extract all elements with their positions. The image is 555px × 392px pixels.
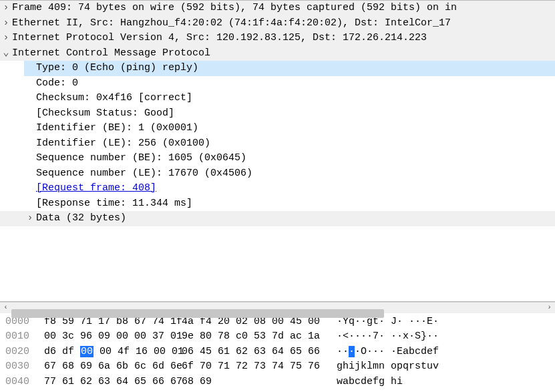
hex-bytes-group1: 00 3c 96 09 00 00 37 01: [44, 329, 182, 345]
hex-row[interactable]: 0010 00 3c 96 09 00 00 37 01 9e 80 78 c0…: [0, 329, 555, 345]
hex-ascii: ghijklmn opqrstuv: [337, 359, 439, 375]
icmp-checksum-status-row[interactable]: [Checksum Status: Good]: [0, 106, 555, 122]
request-frame-link[interactable]: [Request frame: 408]: [36, 182, 156, 194]
frame-summary-text: Frame 409: 74 bytes on wire (592 bits), …: [12, 2, 457, 13]
hex-bytes-group1: 77 61 62 63 64 65 66 67: [44, 375, 182, 390]
hex-row[interactable]: 0040 77 61 62 63 64 65 66 67 68 69 wabcd…: [0, 375, 555, 390]
icmp-checksum-row[interactable]: Checksum: 0x4f16 [correct]: [0, 91, 555, 106]
icmp-response-time-row[interactable]: [Response time: 11.344 ms]: [0, 196, 555, 212]
icmp-type-text: Type: 0 (Echo (ping) reply): [36, 62, 198, 73]
chevron-right-icon: ›: [0, 1, 12, 16]
hex-ascii: ····O··· ·Eabcdef: [337, 345, 439, 360]
icmp-type-row[interactable]: Type: 0 (Echo (ping) reply): [24, 61, 555, 76]
hex-bytes-group2: 9e 80 78 c0 53 7d ac 1a: [182, 329, 337, 345]
hex-bytes-group2: 06 45 61 62 63 64 65 66: [182, 345, 337, 360]
ethernet-summary-text: Ethernet II, Src: Hangzhou_f4:20:02 (74:…: [12, 17, 451, 29]
icmp-seq-le-text: Sequence number (LE): 17670 (0x4506): [36, 168, 252, 179]
highlighted-ascii: ·: [349, 346, 355, 357]
hex-offset: 0040: [5, 375, 44, 390]
hex-bytes-group2: 6f 70 71 72 73 74 75 76: [182, 359, 337, 375]
icmp-request-frame-row[interactable]: [Request frame: 408]: [0, 181, 555, 196]
highlighted-byte: 00: [80, 346, 94, 357]
scroll-right-arrow-icon[interactable]: ›: [544, 302, 555, 313]
tree-row-frame[interactable]: ›Frame 409: 74 bytes on wire (592 bits),…: [0, 1, 555, 16]
hex-ascii: ·<····7· ··x·S}··: [337, 329, 439, 345]
icmp-checksum-status-text: [Checksum Status: Good]: [36, 108, 174, 119]
icmp-data-summary-text: Data (32 bytes): [36, 212, 126, 224]
icmp-seq-le-row[interactable]: Sequence number (LE): 17670 (0x4506): [0, 166, 555, 182]
chevron-right-icon: ›: [24, 211, 36, 226]
tree-row-icmp-data[interactable]: ›Data (32 bytes): [0, 211, 555, 226]
packet-details-pane[interactable]: ›Frame 409: 74 bytes on wire (592 bits),…: [0, 1, 555, 302]
hex-dump-pane[interactable]: 0000 f8 59 71 17 b8 67 74 1f 4a f4 20 02…: [0, 313, 555, 393]
hex-row[interactable]: 0020 d6 df 00 00 4f 16 00 01 06 45 61 62…: [0, 345, 555, 360]
icmp-response-time-text: [Response time: 11.344 ms]: [36, 198, 192, 209]
tree-row-ethernet[interactable]: ›Ethernet II, Src: Hangzhou_f4:20:02 (74…: [0, 16, 555, 31]
icmp-checksum-text: Checksum: 0x4f16 [correct]: [36, 92, 192, 104]
hex-bytes-group1: d6 df 00 00 4f 16 00 01: [44, 345, 182, 360]
hex-row[interactable]: 0030 67 68 69 6a 6b 6c 6d 6e 6f 70 71 72…: [0, 359, 555, 375]
hex-offset: 0010: [5, 329, 44, 345]
chevron-right-icon: ›: [0, 31, 12, 46]
tree-row-ip[interactable]: ›Internet Protocol Version 4, Src: 120.1…: [0, 31, 555, 46]
icmp-code-row[interactable]: Code: 0: [0, 76, 555, 91]
chevron-down-icon: ⌄: [0, 46, 12, 61]
icmp-seq-be-text: Sequence number (BE): 1605 (0x0645): [36, 152, 246, 164]
icmp-header-text: Internet Control Message Protocol: [12, 47, 210, 59]
hex-offset: 0030: [5, 359, 44, 375]
ip-summary-text: Internet Protocol Version 4, Src: 120.19…: [12, 32, 427, 43]
icmp-code-text: Code: 0: [36, 77, 78, 89]
icmp-id-be-row[interactable]: Identifier (BE): 1 (0x0001): [0, 121, 555, 136]
hex-offset: 0020: [5, 345, 44, 360]
chevron-right-icon: ›: [0, 16, 12, 31]
horizontal-scrollbar[interactable]: ‹ ›: [0, 302, 555, 313]
icmp-id-le-row[interactable]: Identifier (LE): 256 (0x0100): [0, 136, 555, 152]
icmp-id-be-text: Identifier (BE): 1 (0x0001): [36, 122, 198, 134]
icmp-id-le-text: Identifier (LE): 256 (0x0100): [36, 138, 210, 149]
scrollbar-thumb[interactable]: [11, 309, 384, 318]
scroll-left-arrow-icon[interactable]: ‹: [0, 302, 11, 313]
tree-row-icmp[interactable]: ⌄Internet Control Message Protocol: [0, 46, 555, 61]
hex-ascii: wabcdefg hi: [337, 375, 403, 390]
hex-bytes-group1: 67 68 69 6a 6b 6c 6d 6e: [44, 359, 182, 375]
icmp-seq-be-row[interactable]: Sequence number (BE): 1605 (0x0645): [0, 151, 555, 166]
hex-bytes-group2: 68 69: [182, 375, 337, 390]
